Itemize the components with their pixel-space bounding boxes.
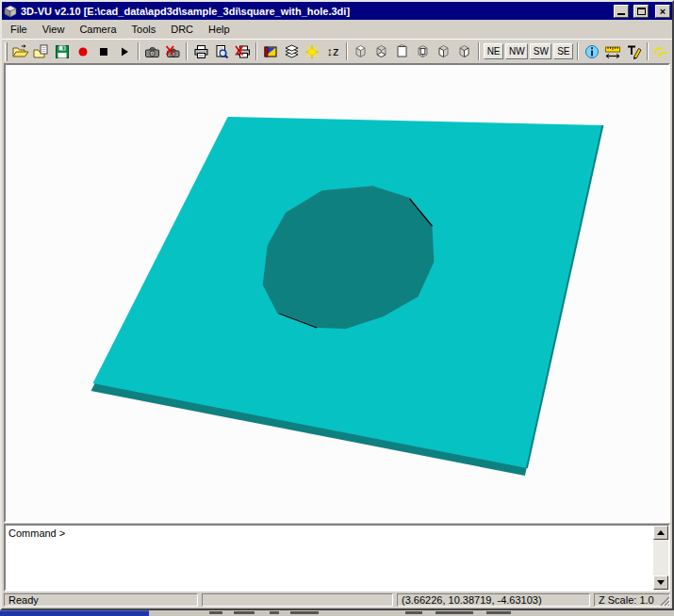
arrow-up-icon — [657, 530, 665, 535]
open-button[interactable] — [10, 41, 31, 62]
print-off-button[interactable] — [232, 41, 253, 62]
taskbar-text-fragment — [486, 611, 511, 614]
view-ne-button[interactable]: NE — [484, 43, 503, 59]
stop-button[interactable] — [93, 41, 114, 62]
toolbar-separator — [647, 42, 649, 60]
camera-x-icon — [165, 44, 181, 59]
printer-icon — [193, 44, 209, 59]
lighting-button[interactable] — [302, 41, 322, 62]
open-folder-icon — [12, 44, 29, 59]
scroll-up-button[interactable] — [653, 526, 668, 540]
app-window: 3D-VU v2.10 [E:\cad_data\apd3d\sample_3d… — [0, 0, 674, 610]
status-message: Ready — [4, 593, 198, 607]
view-sw-button[interactable]: SW — [530, 43, 551, 59]
play-icon — [117, 44, 132, 59]
z-scale-button[interactable]: ↕z — [322, 41, 343, 62]
view-back-icon — [415, 43, 431, 59]
save-floppy-icon — [55, 44, 70, 59]
bend-arcs-icon — [653, 44, 669, 59]
viewport-3d[interactable] — [4, 63, 670, 523]
view-front-button[interactable] — [392, 41, 413, 62]
command-panel[interactable]: Command > — [4, 524, 670, 592]
toolbar-separator — [186, 42, 188, 60]
view-se-button[interactable]: SE — [553, 43, 573, 59]
resize-grip[interactable] — [658, 594, 670, 607]
layers-icon — [284, 44, 300, 59]
close-button[interactable]: × — [655, 5, 670, 18]
toolbar-separator — [346, 42, 348, 60]
info-icon — [584, 44, 600, 59]
bend-button[interactable] — [651, 41, 672, 62]
view-top-button[interactable] — [351, 41, 371, 62]
maximize-icon — [637, 8, 646, 15]
record-button[interactable] — [73, 41, 93, 62]
view-right-icon — [456, 43, 472, 59]
snapshot-off-button[interactable] — [163, 41, 184, 62]
maximize-button[interactable] — [633, 5, 649, 18]
scroll-down-button[interactable] — [653, 575, 668, 590]
view-bottom-button[interactable] — [371, 41, 392, 62]
close-icon: × — [660, 7, 666, 16]
save-layout-button[interactable] — [31, 41, 52, 62]
status-empty-panel — [202, 593, 393, 607]
save-button[interactable] — [52, 41, 73, 62]
menu-drc[interactable]: DRC — [163, 21, 201, 38]
menu-tools[interactable]: Tools — [124, 21, 164, 38]
view-top-icon — [353, 43, 369, 59]
menu-camera[interactable]: Camera — [72, 21, 123, 38]
minimize-button[interactable] — [614, 5, 629, 18]
display-colors-icon — [263, 44, 278, 59]
command-prompt[interactable]: Command > — [6, 526, 668, 541]
measure-ruler-icon — [604, 44, 621, 59]
arrow-down-icon — [657, 580, 665, 585]
view-left-icon — [436, 43, 452, 59]
window-title: 3D-VU v2.10 [E:\cad_data\apd3d\sample_3d… — [21, 6, 609, 17]
camera-icon — [144, 44, 160, 59]
minimize-icon — [617, 13, 625, 15]
measure-button[interactable] — [602, 41, 623, 62]
light-star-icon — [304, 44, 321, 59]
taskbar-text-fragment — [436, 611, 473, 614]
title-bar[interactable]: 3D-VU v2.10 [E:\cad_data\apd3d\sample_3d… — [2, 2, 672, 20]
print-button[interactable] — [190, 41, 211, 62]
taskbar-text-fragment — [270, 611, 279, 614]
printer-x-icon — [235, 44, 251, 59]
view-left-button[interactable] — [434, 41, 454, 62]
snapshot-button[interactable] — [142, 41, 163, 62]
command-scrollbar[interactable] — [653, 526, 668, 590]
layers-button[interactable] — [281, 41, 302, 62]
toolbar-separator — [478, 42, 480, 60]
print-preview-button[interactable] — [211, 41, 232, 62]
view-right-button[interactable] — [454, 41, 475, 62]
view-back-button[interactable] — [413, 41, 434, 62]
view-nw-button[interactable]: NW — [505, 43, 528, 59]
text-edit-icon — [626, 44, 642, 59]
view-bottom-icon — [373, 43, 389, 59]
scene-svg — [6, 65, 668, 521]
toolbar-separator — [138, 42, 140, 60]
view-front-icon — [394, 43, 410, 59]
taskbar-fragment — [0, 610, 149, 616]
z-scale-icon: ↕z — [327, 44, 339, 58]
folder-page-icon — [33, 44, 49, 59]
toolbar-handle[interactable] — [5, 42, 8, 61]
print-preview-icon — [214, 44, 229, 59]
menu-help[interactable]: Help — [201, 21, 238, 38]
display-colors-button[interactable] — [260, 41, 281, 62]
menu-bar: File View Camera Tools DRC Help — [2, 20, 672, 39]
play-button[interactable] — [114, 41, 135, 62]
toolbar: ↕z NE NW SW SE — [2, 39, 672, 63]
status-coordinates: (3.66226, 10.38719, -4.63103) — [397, 593, 590, 607]
desktop-strip — [0, 610, 674, 616]
taskbar-text-fragment — [290, 611, 319, 614]
menu-file[interactable]: File — [3, 21, 35, 38]
app-icon — [4, 5, 17, 18]
toolbar-separator — [255, 42, 257, 60]
stop-icon — [96, 44, 111, 59]
info-button[interactable] — [582, 41, 602, 62]
menu-view[interactable]: View — [35, 21, 73, 38]
annotate-button[interactable] — [623, 41, 644, 62]
taskbar-text-fragment — [234, 611, 255, 614]
taskbar-text-fragment — [405, 611, 422, 614]
toolbar-separator — [577, 42, 579, 60]
